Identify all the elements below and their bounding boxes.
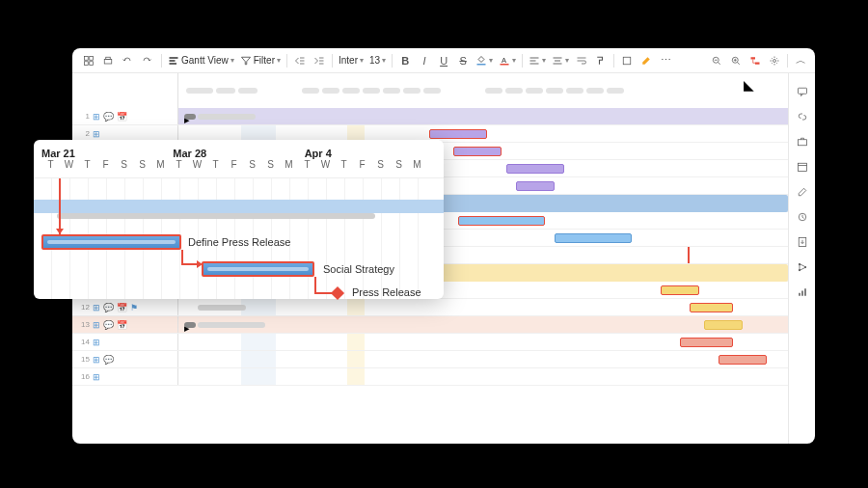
svg-rect-46 bbox=[801, 291, 803, 296]
underline-button[interactable]: U bbox=[435, 52, 452, 69]
highlight-icon[interactable] bbox=[637, 52, 655, 69]
svg-rect-2 bbox=[85, 61, 89, 65]
task-bar-1[interactable] bbox=[41, 234, 181, 250]
redo-icon[interactable] bbox=[138, 52, 155, 69]
svg-rect-8 bbox=[170, 63, 177, 65]
view-mode-dropdown[interactable]: Gantt View ▾ bbox=[166, 55, 236, 67]
calendar-icon[interactable] bbox=[794, 158, 811, 176]
table-row[interactable]: 14⊞ bbox=[72, 334, 788, 351]
task-bar-2[interactable] bbox=[202, 261, 314, 277]
svg-rect-36 bbox=[798, 88, 806, 94]
settings-icon[interactable] bbox=[766, 52, 783, 69]
timeline-header bbox=[178, 73, 788, 108]
svg-line-28 bbox=[719, 62, 720, 64]
undo-icon[interactable] bbox=[119, 52, 136, 69]
history-icon[interactable] bbox=[794, 208, 811, 226]
indent-icon[interactable] bbox=[311, 52, 328, 69]
cursor-icon: ◣ bbox=[744, 77, 754, 93]
zoom-in-icon[interactable] bbox=[727, 52, 745, 69]
task-label: Social Strategy bbox=[323, 263, 394, 275]
font-dropdown[interactable]: Inter▾ bbox=[337, 55, 366, 66]
row-number: 2 bbox=[76, 129, 90, 138]
svg-rect-3 bbox=[90, 61, 94, 65]
month-label: Mar 28 bbox=[173, 148, 304, 159]
table-row[interactable]: 16⊞ bbox=[72, 368, 788, 386]
row-number: 14 bbox=[76, 338, 90, 346]
task-label: Press Release bbox=[352, 286, 421, 298]
row-number: 12 bbox=[76, 303, 90, 312]
size-dropdown[interactable]: 13▾ bbox=[367, 55, 388, 66]
filter-dropdown[interactable]: Filter ▾ bbox=[238, 55, 283, 67]
more-icon[interactable]: ⋯ bbox=[657, 52, 674, 69]
row-number: 1 bbox=[76, 112, 90, 121]
export-icon[interactable] bbox=[794, 233, 811, 251]
svg-rect-6 bbox=[170, 57, 178, 59]
table-row[interactable]: 12⊞💬📅⚑ ↓ bbox=[72, 299, 788, 316]
grid-icon[interactable] bbox=[80, 52, 97, 69]
task-label: Define Press Release bbox=[188, 236, 290, 248]
svg-text:A: A bbox=[502, 55, 506, 64]
day-header: TWTFSSMTWTFSSMTWTFSSM bbox=[41, 159, 436, 170]
svg-rect-38 bbox=[798, 163, 806, 171]
month-label: Apr 4 bbox=[305, 148, 436, 159]
zoom-panel: Mar 21 Mar 28 Apr 4 TWTFSSMTWTFSSMTWTFSS… bbox=[34, 140, 444, 299]
row-number: 15 bbox=[76, 355, 90, 364]
toolbar: Gantt View ▾ Filter ▾ Inter▾ 13▾ B I U S… bbox=[72, 48, 815, 73]
font-label: Inter bbox=[339, 55, 358, 66]
svg-rect-17 bbox=[501, 64, 509, 66]
row-number: 16 bbox=[76, 372, 90, 381]
row-number: 13 bbox=[76, 320, 90, 329]
branch-icon[interactable] bbox=[794, 258, 811, 276]
svg-rect-0 bbox=[85, 56, 89, 60]
text-color-dropdown[interactable]: A▾ bbox=[497, 55, 518, 67]
svg-rect-37 bbox=[798, 140, 806, 146]
outdent-icon[interactable] bbox=[291, 52, 309, 69]
attach-icon[interactable] bbox=[618, 52, 636, 69]
view-mode-label: Gantt View bbox=[181, 55, 229, 66]
month-label: Mar 21 bbox=[41, 148, 173, 159]
svg-line-32 bbox=[738, 62, 740, 64]
italic-button[interactable]: I bbox=[416, 52, 433, 69]
format-icon[interactable] bbox=[592, 52, 610, 69]
svg-rect-25 bbox=[623, 57, 631, 65]
size-label: 13 bbox=[369, 55, 380, 66]
valign-dropdown[interactable]: ▾ bbox=[550, 55, 571, 67]
strike-button[interactable]: S bbox=[454, 52, 472, 69]
svg-rect-5 bbox=[106, 57, 111, 59]
comments-icon[interactable] bbox=[794, 83, 811, 100]
svg-rect-4 bbox=[104, 59, 112, 64]
svg-rect-33 bbox=[751, 57, 756, 59]
svg-point-35 bbox=[773, 59, 776, 62]
align-dropdown[interactable]: ▾ bbox=[527, 55, 548, 67]
fill-color-dropdown[interactable]: ▾ bbox=[474, 55, 495, 67]
svg-rect-45 bbox=[799, 293, 800, 296]
svg-rect-7 bbox=[170, 60, 176, 62]
chart-icon[interactable] bbox=[794, 284, 811, 301]
bold-button[interactable]: B bbox=[396, 52, 414, 69]
print-icon[interactable] bbox=[99, 52, 117, 69]
critical-path-icon[interactable] bbox=[746, 52, 764, 69]
right-rail bbox=[788, 73, 815, 444]
edit-icon[interactable] bbox=[794, 183, 811, 201]
chevron-up-icon[interactable]: ︿ bbox=[792, 52, 809, 69]
table-row[interactable]: 1⊞💬📅 ▸ bbox=[72, 108, 788, 125]
table-row[interactable]: 15⊞💬 bbox=[72, 351, 788, 368]
svg-rect-15 bbox=[477, 64, 486, 66]
zoom-out-icon[interactable] bbox=[708, 52, 725, 69]
briefcase-icon[interactable] bbox=[794, 133, 811, 150]
table-row[interactable]: 13⊞💬📅 !▸ bbox=[72, 316, 788, 334]
svg-rect-34 bbox=[755, 62, 760, 64]
link-icon[interactable] bbox=[794, 108, 811, 125]
wrap-icon[interactable] bbox=[573, 52, 590, 69]
filter-label: Filter bbox=[254, 55, 275, 66]
svg-rect-47 bbox=[804, 288, 806, 296]
svg-rect-1 bbox=[90, 56, 94, 60]
